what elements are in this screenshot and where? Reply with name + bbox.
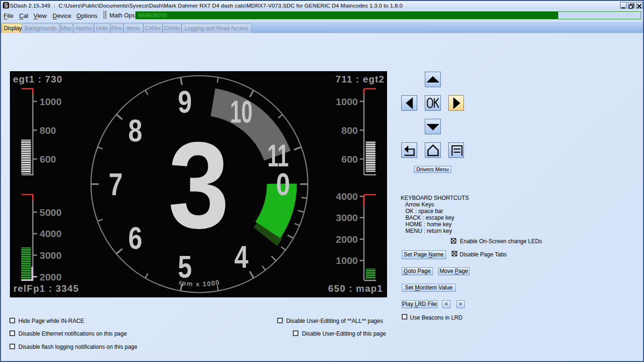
svg-text:5000: 5000: [40, 207, 62, 218]
svg-text:7: 7: [109, 166, 123, 202]
svg-text:8: 8: [128, 113, 142, 148]
svg-text:1000: 1000: [336, 255, 358, 266]
svg-text:600: 600: [341, 154, 358, 165]
svg-text:600: 600: [40, 154, 56, 165]
svg-text:1000: 1000: [40, 96, 62, 107]
svg-text:10: 10: [230, 94, 253, 129]
svg-text:800: 800: [341, 125, 358, 136]
svg-text:relFp1 : 3345: relFp1 : 3345: [14, 283, 79, 294]
svg-text:711 : egt2: 711 : egt2: [336, 74, 385, 84]
svg-text:3000: 3000: [40, 250, 62, 261]
svg-text:9: 9: [178, 84, 192, 119]
svg-text:3000: 3000: [336, 212, 358, 223]
svg-text:4: 4: [234, 239, 248, 274]
svg-text:1000: 1000: [336, 96, 358, 107]
svg-text:800: 800: [40, 125, 56, 136]
svg-text:4000: 4000: [40, 228, 62, 239]
svg-text:650 : map1: 650 : map1: [328, 283, 383, 294]
svg-text:egt1 : 730: egt1 : 730: [13, 74, 63, 84]
svg-text:S: S: [4, 2, 8, 8]
svg-text:2000: 2000: [336, 234, 358, 245]
svg-text:6: 6: [128, 220, 142, 255]
svg-text:2000: 2000: [40, 272, 62, 282]
svg-text:4000: 4000: [336, 191, 358, 202]
svg-text:11: 11: [267, 138, 289, 173]
svg-text:3: 3: [168, 116, 230, 254]
